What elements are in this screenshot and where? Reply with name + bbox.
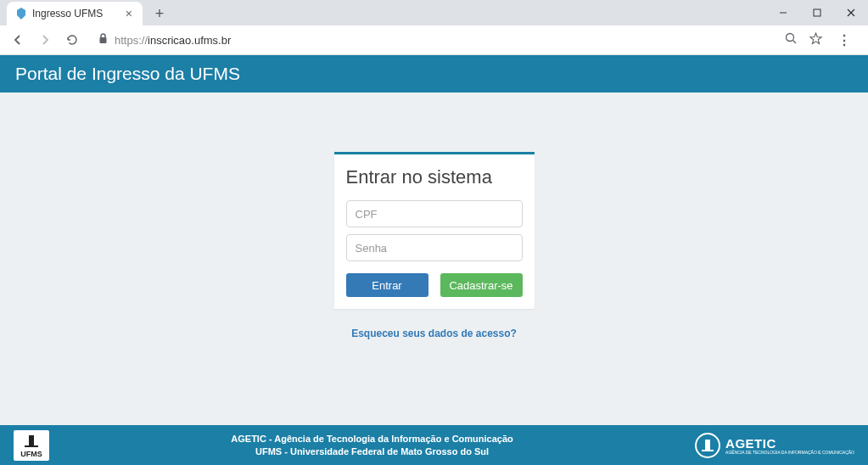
url-scheme: https://	[115, 34, 148, 47]
svg-rect-8	[25, 445, 38, 447]
forward-button[interactable]	[36, 31, 54, 49]
ufms-logo-text: UFMS	[20, 451, 42, 458]
login-title: Entrar no sistema	[346, 166, 523, 188]
agetic-logo-icon	[695, 433, 720, 458]
entrar-button[interactable]: Entrar	[346, 273, 428, 297]
svg-line-6	[793, 41, 797, 44]
browser-right-icons: ⋮	[785, 32, 860, 48]
agetic-logo-text: AGETIC	[725, 436, 854, 451]
senha-input[interactable]	[346, 234, 523, 261]
zoom-icon[interactable]	[785, 32, 798, 48]
ufms-logo: UFMS	[14, 430, 49, 461]
svg-point-5	[787, 34, 794, 42]
content-area: Entrar no sistema Entrar Cadastrar-se Es…	[0, 92, 868, 425]
button-row: Entrar Cadastrar-se	[346, 273, 523, 297]
tab-close-icon[interactable]: ×	[124, 7, 134, 20]
svg-rect-1	[814, 9, 820, 16]
minimize-button[interactable]	[766, 0, 800, 25]
svg-rect-7	[29, 435, 34, 445]
url-host: inscricao.ufms.br	[148, 34, 231, 47]
login-container: Entrar no sistema Entrar Cadastrar-se Es…	[334, 152, 535, 340]
ufms-logo-content: UFMS	[20, 433, 42, 458]
svg-rect-10	[702, 450, 714, 451]
footer-line2: UFMS - Universidade Federal de Mato Gros…	[49, 445, 695, 458]
tab-title: Ingresso UFMS	[32, 8, 119, 20]
agetic-logo-textblock: AGETIC AGÊNCIA DE TECNOLOGIA DA INFORMAÇ…	[725, 436, 854, 455]
cadastrar-button[interactable]: Cadastrar-se	[440, 273, 523, 297]
browser-tab[interactable]: Ingresso UFMS ×	[7, 2, 143, 25]
maximize-button[interactable]	[800, 0, 834, 25]
tab-bar: Ingresso UFMS × +	[0, 0, 868, 25]
browser-chrome: Ingresso UFMS × +	[0, 0, 868, 55]
agetic-logo: AGETIC AGÊNCIA DE TECNOLOGIA DA INFORMAÇ…	[695, 433, 854, 458]
page-header: Portal de Ingresso da UFMS	[0, 55, 868, 92]
new-tab-button[interactable]: +	[148, 2, 171, 25]
agetic-logo-sub: AGÊNCIA DE TECNOLOGIA DA INFORMAÇÃO E CO…	[725, 451, 854, 455]
footer-text: AGETIC - Agência de Tecnologia da Inform…	[49, 433, 695, 459]
address-bar-row: https://inscricao.ufms.br ⋮	[0, 25, 868, 54]
back-button[interactable]	[8, 31, 27, 49]
footer-line1: AGETIC - Agência de Tecnologia da Inform…	[49, 433, 695, 445]
tab-favicon-icon	[15, 8, 27, 20]
window-controls	[766, 0, 868, 25]
cpf-input[interactable]	[346, 200, 523, 227]
url-display: https://inscricao.ufms.br	[115, 34, 231, 47]
svg-rect-4	[100, 37, 107, 43]
reload-button[interactable]	[63, 31, 81, 49]
lock-icon	[98, 33, 108, 47]
login-card: Entrar no sistema Entrar Cadastrar-se	[334, 152, 535, 309]
ufms-logo-icon	[23, 433, 40, 450]
page-content: Portal de Ingresso da UFMS Entrar no sis…	[0, 55, 868, 465]
svg-rect-9	[705, 440, 710, 450]
address-bar[interactable]: https://inscricao.ufms.br	[90, 29, 776, 51]
footer: UFMS AGETIC - Agência de Tecnologia da I…	[0, 425, 868, 465]
page-title: Portal de Ingresso da UFMS	[15, 64, 240, 83]
close-window-button[interactable]	[834, 0, 868, 25]
menu-icon[interactable]: ⋮	[834, 32, 854, 48]
forgot-link[interactable]: Esqueceu seus dados de acesso?	[351, 328, 517, 339]
star-icon[interactable]	[809, 32, 822, 48]
